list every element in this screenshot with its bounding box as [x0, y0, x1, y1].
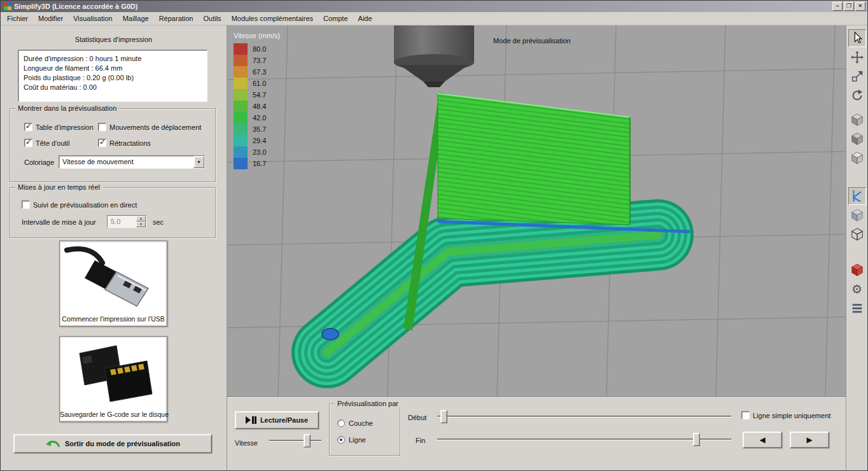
preview-side-panel: Statistiques d'impression Durée d'impres… [1, 25, 227, 471]
menu-visualisation[interactable]: Visualisation [68, 13, 118, 24]
slider-thumb[interactable] [693, 433, 700, 446]
legend-value: 23.0 [253, 148, 266, 156]
slider-thumb[interactable] [304, 434, 311, 447]
rotate-icon[interactable] [848, 87, 866, 104]
legend-entry: 67.3 [234, 66, 280, 78]
radio-by-line[interactable]: Ligne [337, 436, 366, 444]
stat-plastic-weight: Poids du plastique : 0.20 g (0.00 lb) [24, 73, 202, 83]
app-logo-icon[interactable] [4, 3, 11, 10]
checkbox-toolhead[interactable]: Tête d'outil [24, 139, 69, 147]
menu-aide[interactable]: Aide [353, 13, 377, 24]
slider-track[interactable] [437, 439, 731, 440]
legend-color-swatch [234, 146, 248, 158]
coloring-label: Coloriage [24, 158, 54, 166]
legend-entry: 48.4 [234, 101, 280, 112]
checkbox-single-line-only[interactable]: Ligne simple uniquement [741, 411, 830, 419]
play-pause-button[interactable]: Lecture/Pause [235, 411, 319, 429]
corner-cube-red-icon[interactable] [848, 261, 866, 279]
speed-legend: Vitesse (mm/s) 80.0 73.7 67.3 61.0 54.7 … [234, 32, 280, 169]
legend-entry: 23.0 [234, 146, 280, 158]
preview-3d-viewport[interactable]: Vitesse (mm/s) 80.0 73.7 67.3 61.0 54.7 … [227, 25, 846, 397]
view-tools-toolbar: ⚙ [846, 25, 867, 471]
gcode-preview-scene[interactable] [227, 25, 846, 397]
legend-value: 35.7 [253, 125, 266, 133]
cube-view-2-icon[interactable] [848, 130, 866, 148]
checkbox-box [24, 139, 32, 147]
menu-maillage[interactable]: Maillage [118, 13, 154, 24]
update-interval-label: Intervalle de mise à jour [22, 218, 96, 226]
end-slider[interactable] [437, 433, 731, 446]
step-previous-button[interactable]: ◀ [743, 432, 782, 448]
cube-view-1-icon[interactable] [848, 111, 866, 129]
legend-color-swatch [234, 158, 248, 169]
legend-color-swatch [234, 66, 248, 78]
menu-bar: Fichier Modifier Visualisation Maillage … [1, 12, 867, 25]
app-window: Simplify3D (Licence accordée à G0D) – ❐ … [0, 0, 868, 471]
exit-preview-button[interactable]: Sortir du mode de prévisualisation [13, 434, 212, 453]
cube-view-3-icon[interactable] [848, 149, 866, 167]
restore-button[interactable]: ❐ [844, 2, 854, 11]
save-gcode-button[interactable]: Sauvegarder le G-code sur le disque [59, 336, 167, 422]
start-slider[interactable] [437, 410, 731, 423]
legend-color-swatch [234, 112, 248, 123]
legend-entry: 16.7 [234, 158, 280, 169]
coloring-selected-value: Vitesse de mouvement [59, 156, 193, 168]
print-statistics-box: Durée d'impression : 0 hours 1 minute Lo… [18, 50, 207, 102]
coloring-select[interactable]: Vitesse de mouvement ▼ [59, 155, 205, 169]
interval-value: 5.0 [108, 216, 136, 227]
checkbox-box [22, 200, 30, 209]
legend-value: 80.0 [253, 45, 266, 53]
update-interval-spinner[interactable]: 5.0 ▲ ▼ [107, 215, 146, 228]
checkbox-live-preview[interactable]: Suivi de prévisualisation en direct [22, 200, 137, 209]
wireframe-cube-icon[interactable] [848, 225, 866, 243]
radio-by-layer[interactable]: Couche [337, 419, 373, 427]
show-group-title: Montrer dans la prévisualisation [15, 104, 119, 112]
checkbox-box [98, 139, 106, 147]
chevron-down-icon[interactable]: ▼ [193, 156, 204, 168]
menu-modules[interactable]: Modules complémentaires [227, 13, 318, 24]
step-next-button[interactable]: ▶ [790, 432, 829, 448]
legend-value: 61.0 [253, 80, 266, 87]
radio-label: Couche [349, 419, 373, 427]
checkbox-print-bed[interactable]: Table d'impression [24, 123, 94, 131]
select-cursor-icon[interactable] [848, 29, 866, 47]
measure-ruler-icon[interactable] [848, 299, 866, 317]
play-pause-icon [246, 416, 256, 424]
usb-button-label: Commencer l'impression sur l'USB [60, 315, 167, 323]
start-label: Début [408, 414, 426, 421]
sd-card-photo [63, 341, 164, 404]
stat-duration: Durée d'impression : 0 hours 1 minute [24, 54, 202, 64]
slider-track[interactable] [437, 416, 731, 418]
legend-value: 29.4 [253, 137, 266, 144]
menu-compte[interactable]: Compte [318, 13, 353, 24]
window-title: Simplify3D (Licence accordée à G0D) [14, 3, 137, 10]
spinner-up-icon[interactable]: ▲ [136, 216, 146, 221]
menu-outils[interactable]: Outils [199, 13, 227, 24]
legend-entry: 54.7 [234, 89, 280, 101]
scale-icon[interactable] [848, 67, 866, 85]
settings-gear-icon[interactable]: ⚙ [848, 280, 866, 298]
pan-move-icon[interactable] [848, 48, 866, 66]
checkbox-box [741, 411, 750, 419]
legend-value: 67.3 [253, 68, 266, 76]
checkbox-travel-moves[interactable]: Mouvements de déplacement [98, 123, 201, 131]
legend-value: 48.4 [253, 102, 266, 110]
menu-fichier[interactable]: Fichier [2, 13, 33, 24]
spinner-down-icon[interactable]: ▼ [136, 221, 146, 227]
speed-slider[interactable] [269, 434, 321, 447]
slider-thumb[interactable] [440, 410, 447, 423]
minimize-button[interactable]: – [832, 2, 843, 11]
menu-reparation[interactable]: Réparation [154, 13, 199, 24]
checkbox-retractions[interactable]: Rétractations [98, 139, 151, 147]
close-button[interactable]: × [855, 2, 865, 11]
start-usb-print-button[interactable]: Commencer l'impression sur l'USB [59, 241, 167, 327]
menu-modifier[interactable]: Modifier [33, 13, 68, 24]
slider-track[interactable] [269, 440, 321, 442]
travel-lines-icon[interactable] [848, 187, 866, 205]
checkbox-label: Ligne simple uniquement [753, 412, 830, 419]
legend-color-swatch [234, 123, 248, 135]
cube-view-4-icon[interactable] [848, 206, 866, 224]
checkbox-label: Mouvements de déplacement [109, 123, 201, 131]
legend-entry: 42.0 [234, 112, 280, 123]
green-return-arrow-icon [45, 439, 60, 449]
